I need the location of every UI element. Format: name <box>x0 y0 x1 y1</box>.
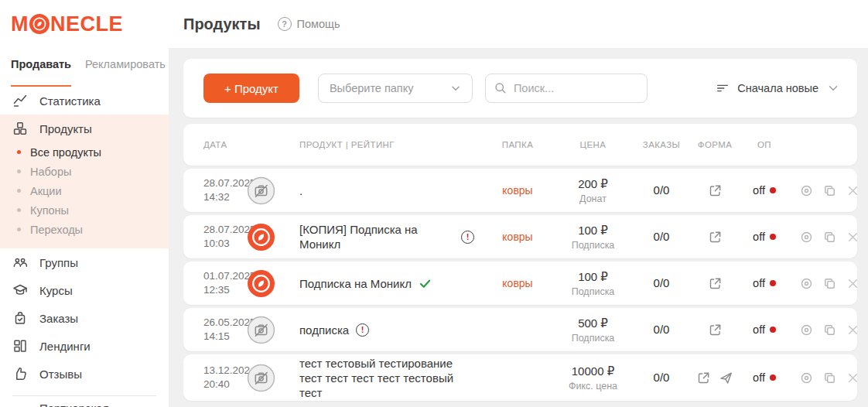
open-form-icon[interactable] <box>708 276 723 291</box>
price: 500 ₽ <box>552 316 634 330</box>
sidebar-subitem-label: Купоны <box>30 204 69 217</box>
col-header-orders: ЗАКАЗЫ <box>634 140 689 149</box>
preview-eye-icon[interactable] <box>799 230 814 245</box>
price-type: Донат <box>552 193 634 204</box>
main-content: + Продукт Выберите папку Сначала новые Д… <box>169 48 868 407</box>
sidebar-item-label: Продукты <box>39 122 92 135</box>
product-image <box>247 223 275 251</box>
row-time: 14:15 <box>203 330 230 342</box>
warning-icon: ! <box>356 323 369 337</box>
logo-text-suffix: NECLE <box>50 12 123 36</box>
sidebar-item-partner-program[interactable]: Партнерская программа <box>0 401 169 407</box>
status-toggle[interactable]: off <box>740 277 788 289</box>
col-header-form: ФОРМА <box>689 140 740 149</box>
folder-select[interactable]: Выберите папку <box>318 74 473 103</box>
sidebar-subitem-transitions[interactable]: Переходы <box>0 220 169 239</box>
sidebar-item-products[interactable]: Продукты <box>0 115 169 142</box>
product-name: Подписка на Моникл <box>299 276 412 291</box>
preview-eye-icon[interactable] <box>799 371 814 385</box>
sidebar-item-orders[interactable]: Заказы <box>0 304 169 332</box>
chevron-down-icon <box>449 81 463 95</box>
product-name: тест тестовый тестирование тест тест тес… <box>299 356 454 400</box>
people-icon <box>12 255 28 270</box>
folder-link[interactable]: ковры <box>502 184 532 197</box>
sidebar-subitem-coupons[interactable]: Купоны <box>0 200 169 220</box>
price-type: Подписка <box>552 240 634 251</box>
no-photo-icon <box>247 176 275 205</box>
status-label: off <box>753 323 765 336</box>
sidebar: Продавать Рекламировать Статистика Проду… <box>0 48 169 407</box>
open-form-icon[interactable] <box>708 183 723 198</box>
chevron-down-icon <box>826 81 840 95</box>
preview-eye-icon[interactable] <box>799 183 814 198</box>
copy-icon[interactable] <box>822 183 837 198</box>
sidebar-subitem-label: Акции <box>30 185 62 197</box>
orders-count: 0/0 <box>654 230 670 243</box>
product-name: [КОПИЯ] Подписка на Моникл <box>299 222 454 251</box>
chart-icon <box>12 93 28 108</box>
sidebar-subitem-promos[interactable]: Акции <box>0 181 169 200</box>
folder-link[interactable]: ковры <box>502 277 532 289</box>
table-row[interactable]: 28.07.202510:03 [КОПИЯ] Подписка на Мони… <box>183 215 857 258</box>
sidebar-subitem-all-products[interactable]: Все продукты <box>0 142 169 162</box>
status-toggle[interactable]: off <box>740 231 788 243</box>
monecle-logo[interactable]: M NECLE <box>11 12 123 36</box>
status-dot-icon <box>770 187 776 193</box>
preview-eye-icon[interactable] <box>799 323 814 337</box>
graduation-cap-icon <box>12 282 28 298</box>
search-box <box>485 74 648 103</box>
product-name: подписка <box>299 323 349 337</box>
copy-icon[interactable] <box>822 371 837 385</box>
status-label: off <box>753 371 765 384</box>
status-toggle[interactable]: off <box>740 371 788 384</box>
col-header-price: ЦЕНА <box>552 140 634 149</box>
search-input[interactable] <box>514 82 630 94</box>
sidebar-item-courses[interactable]: Курсы <box>0 276 169 304</box>
tab-advertise[interactable]: Рекламировать <box>85 58 166 87</box>
open-form-icon[interactable] <box>708 323 723 337</box>
row-time: 12:35 <box>203 284 230 296</box>
thumbs-up-icon <box>12 366 28 381</box>
table-row[interactable]: 13.12.202420:40 тест тестовый тестирован… <box>183 354 857 401</box>
delete-x-icon[interactable] <box>846 276 860 291</box>
product-name: . <box>299 183 302 198</box>
sidebar-item-label: Заказы <box>39 312 78 325</box>
table-row[interactable]: 28.07.202514:32 . ковры 200 ₽Донат 0/0 o… <box>183 169 857 212</box>
table-row[interactable]: 26.05.202514:15 подписка ! 500 ₽Подписка… <box>183 308 857 351</box>
sidebar-item-label: Лендинги <box>39 340 91 353</box>
sidebar-item-groups[interactable]: Группы <box>0 248 169 276</box>
sidebar-item-reviews[interactable]: Отзывы <box>0 360 169 388</box>
open-form-icon[interactable] <box>696 371 711 385</box>
approved-check-icon <box>419 277 432 290</box>
preview-eye-icon[interactable] <box>799 276 814 291</box>
folder-select-placeholder: Выберите папку <box>330 82 414 94</box>
price: 100 ₽ <box>552 270 634 284</box>
copy-icon[interactable] <box>822 230 837 245</box>
sidebar-divider <box>12 395 156 396</box>
sidebar-item-label: Группы <box>39 256 78 269</box>
help-link[interactable]: ? Помощь <box>278 17 340 31</box>
delete-x-icon[interactable] <box>846 230 860 245</box>
sidebar-item-landings[interactable]: Лендинги <box>0 332 169 360</box>
sidebar-item-statistics[interactable]: Статистика <box>0 87 169 115</box>
send-icon[interactable] <box>719 371 733 385</box>
status-label: off <box>753 231 765 243</box>
add-product-button[interactable]: + Продукт <box>203 74 299 103</box>
status-toggle[interactable]: off <box>740 184 788 197</box>
copy-icon[interactable] <box>822 323 837 337</box>
delete-x-icon[interactable] <box>846 371 860 385</box>
topbar: M NECLE Продукты ? Помощь <box>0 0 868 48</box>
status-label: off <box>753 184 765 197</box>
tab-sell[interactable]: Продавать <box>11 58 71 87</box>
open-form-icon[interactable] <box>708 230 723 245</box>
table-row[interactable]: 01.07.202512:35 Подписка на Моникл ковры… <box>183 262 857 305</box>
sidebar-subitem-sets[interactable]: Наборы <box>0 162 169 181</box>
folder-link[interactable]: ковры <box>502 231 532 243</box>
delete-x-icon[interactable] <box>846 323 860 337</box>
copy-icon[interactable] <box>822 276 837 291</box>
sort-control[interactable]: Сначала новые <box>716 81 840 95</box>
delete-x-icon[interactable] <box>846 183 860 198</box>
sidebar-tabs: Продавать Рекламировать <box>0 48 169 87</box>
shopping-bag-icon <box>12 310 28 326</box>
status-toggle[interactable]: off <box>740 323 788 336</box>
